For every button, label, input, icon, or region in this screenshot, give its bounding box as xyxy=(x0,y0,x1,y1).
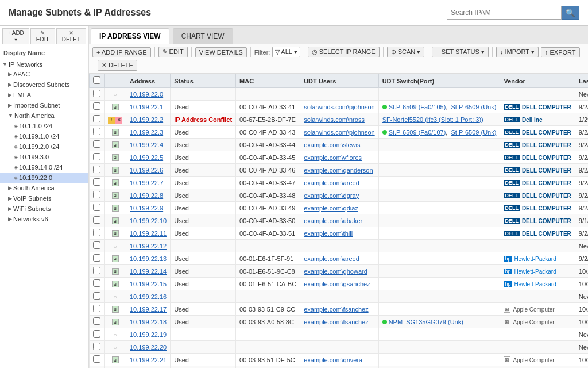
udt-user-link[interactable]: example.com\fsanchez xyxy=(304,306,369,313)
address-link[interactable]: 10.199.22.14 xyxy=(130,268,167,275)
udt-user-link[interactable]: example.com\ghoward xyxy=(304,268,368,275)
sidebar-item-voip-subnets[interactable]: ▶VoIP Subnets xyxy=(0,193,88,204)
udt-users-cell[interactable]: solarwinds.com\pjohnson xyxy=(300,101,379,113)
udt-users-cell[interactable]: example.com\qanderson xyxy=(300,164,379,177)
address-link[interactable]: 10.199.22.8 xyxy=(130,192,163,199)
switch-link[interactable]: SF-Nortel5520 (ifc3 (Slot: 1 Port: 3)) xyxy=(382,116,483,123)
udt-users-cell[interactable] xyxy=(300,240,379,252)
row-checkbox[interactable] xyxy=(90,151,105,164)
udt-switch-cell[interactable] xyxy=(378,366,500,369)
udt-users-cell[interactable]: example.com\thill xyxy=(300,227,379,240)
udt-users-cell[interactable]: example.com\fsanchez xyxy=(300,303,379,316)
select-ip-range-button[interactable]: ◎ SELECT IP RANGE xyxy=(308,47,380,57)
row-checkbox[interactable] xyxy=(90,252,105,265)
udt-users-cell[interactable]: example.com\fsanchez xyxy=(300,316,379,328)
udt-users-cell[interactable]: example.com\mfoster xyxy=(300,366,379,369)
sidebar-item-discovered[interactable]: ▶Discovered Subnets xyxy=(0,79,88,90)
udt-user-link[interactable]: example.com\qdiaz xyxy=(304,205,358,212)
set-status-button[interactable]: ≡ SET STATUS ▾ xyxy=(432,47,489,57)
udt-switch-cell[interactable] xyxy=(378,177,500,189)
sidebar-item-imported[interactable]: ▶Imported Subnet xyxy=(0,100,88,110)
udt-switch-cell[interactable] xyxy=(378,227,500,240)
tab-ip-address[interactable]: IP ADDRESS VIEW xyxy=(91,28,169,44)
sidebar-item-north-america[interactable]: ▼North America xyxy=(0,110,88,121)
row-checkbox[interactable] xyxy=(90,113,105,126)
address-cell[interactable]: 10.199.22.5 xyxy=(126,151,171,164)
udt-user-link[interactable]: example.com\fsanchez xyxy=(304,319,369,325)
row-checkbox[interactable] xyxy=(90,126,105,139)
row-checkbox[interactable] xyxy=(90,290,105,303)
address-cell[interactable]: 10.199.22.16 xyxy=(126,290,171,303)
address-link[interactable]: 10.199.22.20 xyxy=(130,344,167,351)
search-input[interactable] xyxy=(447,6,562,20)
address-cell[interactable]: 10.199.22.13 xyxy=(126,252,171,265)
row-checkbox[interactable] xyxy=(90,139,105,151)
row-checkbox[interactable] xyxy=(90,101,105,113)
address-link[interactable]: 10.199.22.9 xyxy=(130,205,163,212)
sidebar-item-ip-networks[interactable]: ▼IP Networks xyxy=(0,60,88,69)
address-cell[interactable]: 10.199.22.9 xyxy=(126,202,171,214)
udt-user-link[interactable]: example.com\areed xyxy=(304,179,359,186)
sidebar-item-10.199.1.0/24[interactable]: ◈10.199.1.0 /24 xyxy=(0,131,88,141)
row-checkbox[interactable] xyxy=(90,341,105,354)
udt-users-cell[interactable]: example.com\ubaker xyxy=(300,214,379,227)
udt-switch-cell[interactable] xyxy=(378,214,500,227)
edit-button[interactable]: ✎ EDIT xyxy=(158,47,188,57)
delete-button[interactable]: ✕ DELET xyxy=(56,28,86,44)
sidebar-item-10.199.2.0/24[interactable]: ◈10.199.2.0 /24 xyxy=(0,141,88,152)
address-link[interactable]: 10.199.22.17 xyxy=(130,306,167,313)
udt-users-cell[interactable]: example.com\areed xyxy=(300,252,379,265)
address-cell[interactable]: 10.199.22.6 xyxy=(126,164,171,177)
row-checkbox[interactable] xyxy=(90,303,105,316)
sidebar-item-emea[interactable]: ▶EMEA xyxy=(0,90,88,100)
sidebar-item-10.1.1.0/24[interactable]: ◈10.1.1.0 /24 xyxy=(0,121,88,131)
udt-user-link[interactable]: solarwinds.com\nross xyxy=(304,116,365,123)
vendor-header[interactable]: Vendor xyxy=(500,74,575,88)
address-link[interactable]: 10.199.22.2 xyxy=(130,116,163,123)
udt-user-link[interactable]: example.com\thill xyxy=(304,230,353,237)
scan-button[interactable]: ⊙ SCAN ▾ xyxy=(387,47,425,57)
address-cell[interactable]: 10.199.22.4 xyxy=(126,139,171,151)
udt-user-link[interactable]: solarwinds.com\pjohnson xyxy=(304,129,375,136)
udt-switch-cell[interactable] xyxy=(378,252,500,265)
address-link[interactable]: 10.199.22.6 xyxy=(130,167,163,174)
row-checkbox[interactable] xyxy=(90,240,105,252)
udt-users-cell[interactable]: solarwinds.com\pjohnson xyxy=(300,126,379,139)
address-link[interactable]: 10.199.22.0 xyxy=(130,91,163,98)
address-cell[interactable]: 10.199.22.2 xyxy=(126,113,171,126)
udt-switch-cell[interactable] xyxy=(378,328,500,341)
udt-users-cell[interactable]: example.com\ghoward xyxy=(300,265,379,278)
udt-user-link[interactable]: example.com\dgray xyxy=(304,192,359,199)
address-cell[interactable]: 10.199.22.22 xyxy=(126,366,171,369)
switch-link[interactable]: St.P-6509 (Fa0/105) xyxy=(389,103,446,110)
status-header[interactable]: Status xyxy=(171,74,236,88)
udt-switch-cell[interactable] xyxy=(378,202,500,214)
row-checkbox[interactable] xyxy=(90,227,105,240)
sidebar-item-10.199.22.0[interactable]: ◈10.199.22.0 xyxy=(0,172,88,183)
sidebar-item-10.199.14.0/24[interactable]: ◈10.199.14.0 /24 xyxy=(0,162,88,172)
address-cell[interactable]: 10.199.22.15 xyxy=(126,278,171,290)
udt-users-cell[interactable] xyxy=(300,341,379,354)
row-checkbox[interactable] xyxy=(90,202,105,214)
udt-switch-cell[interactable] xyxy=(378,189,500,202)
address-header[interactable]: Address xyxy=(126,74,171,88)
udt-switch-cell[interactable] xyxy=(378,88,500,101)
add-ip-range-button[interactable]: + ADD IP RANGE xyxy=(92,47,151,57)
address-cell[interactable]: 10.199.22.18 xyxy=(126,316,171,328)
udt-switch-cell[interactable]: St.P-6509 (Fa0/107), St.P-6509 (Unk) xyxy=(378,126,500,139)
udt-user-link[interactable]: example.com\qrivera xyxy=(304,356,362,363)
row-checkbox[interactable] xyxy=(90,214,105,227)
udt-switch-cell[interactable] xyxy=(378,303,500,316)
search-button[interactable]: 🔍 xyxy=(562,6,579,20)
udt-users-cell[interactable]: example.com\dgray xyxy=(300,189,379,202)
udt-users-cell[interactable]: example.com\gsanchez xyxy=(300,278,379,290)
address-link[interactable]: 10.199.22.1 xyxy=(130,103,163,110)
sidebar-item-wifi-subnets[interactable]: ▶WiFi Subnets xyxy=(0,204,88,214)
udt-switch-cell[interactable] xyxy=(378,265,500,278)
udt-users-cell[interactable] xyxy=(300,328,379,341)
udt-users-cell[interactable]: example.com\areed xyxy=(300,177,379,189)
udt-user-link[interactable]: example.com\qanderson xyxy=(304,167,373,174)
address-cell[interactable]: 10.199.22.17 xyxy=(126,303,171,316)
udt-switch-cell[interactable]: SF-Nortel5520 (ifc3 (Slot: 1 Port: 3)) xyxy=(378,113,500,126)
switch-link[interactable]: St.P-6509 (Unk) xyxy=(451,129,497,136)
